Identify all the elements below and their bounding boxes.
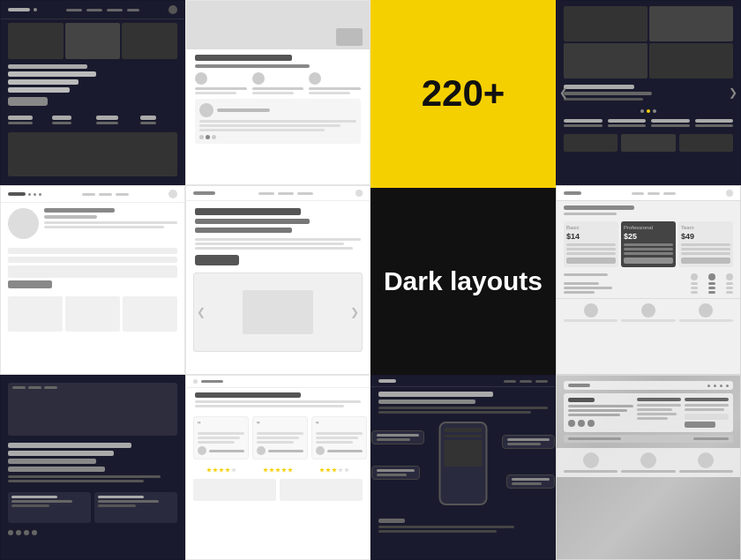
- prev-arrow[interactable]: ❮: [559, 86, 568, 99]
- team-label: Team: [681, 225, 730, 230]
- card-dark-profile: ❮ ❯: [556, 0, 741, 185]
- next-arrow2[interactable]: ❯: [350, 306, 359, 318]
- card-dark-quote: [0, 375, 185, 560]
- card-highlight-yellow-black: 220+ Dark layouts: [370, 0, 556, 375]
- pro-label: Professional: [624, 225, 673, 230]
- number-220-plus: 220+: [422, 72, 505, 115]
- yellow-section: 220+: [370, 0, 556, 188]
- next-arrow[interactable]: ❯: [729, 86, 737, 99]
- main-grid: 220+ Dark layouts ❮ ❯: [0, 0, 741, 560]
- team-price: $49: [681, 232, 730, 241]
- card-testimonials: " ": [185, 375, 370, 560]
- card-create-websites: ❮ ❯: [185, 185, 370, 375]
- dark-layouts-label: Dark layouts: [375, 266, 551, 295]
- black-section: Dark layouts: [370, 188, 556, 376]
- card-dark-app-features: [370, 375, 556, 560]
- card-footer-map: [556, 375, 741, 560]
- card-product-wireframe: [185, 0, 370, 185]
- pro-price: $25: [624, 232, 673, 241]
- card-pricing: Basic $14 Professional $25 Team $49: [556, 185, 741, 375]
- basic-label: Basic: [566, 225, 616, 230]
- card-dark-hero: [0, 0, 185, 185]
- card-form-wireframe: [0, 185, 185, 375]
- prev-arrow2[interactable]: ❮: [197, 306, 206, 318]
- basic-price: $14: [566, 232, 616, 241]
